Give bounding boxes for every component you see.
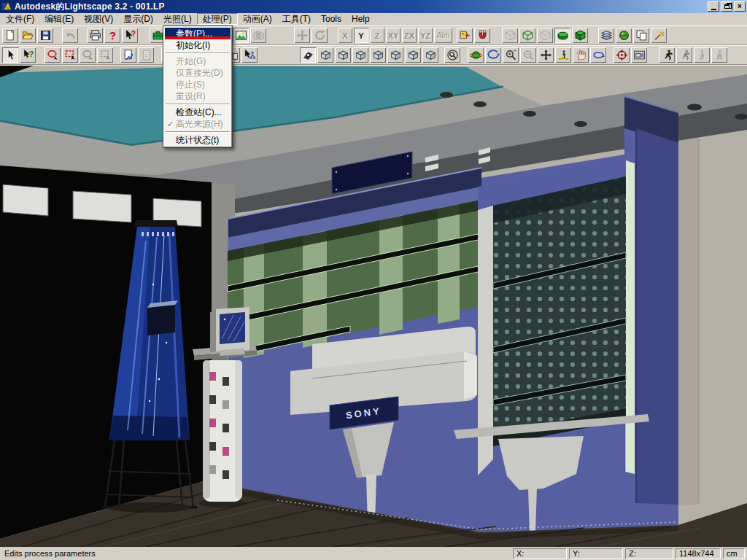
toolbar-button-material-view[interactable] [232, 27, 249, 44]
toolbar-button-select-hierarchy[interactable] [241, 47, 258, 63]
menu-animation[interactable]: 动画(A) [238, 13, 277, 25]
viewport-3d[interactable]: SONY [0, 65, 747, 546]
import-page-icon [140, 49, 152, 61]
solid-cube-mode-icon [574, 29, 587, 42]
toolbar-button-iso-view-2[interactable] [334, 47, 352, 63]
status-z-field: Z: [625, 548, 673, 559]
minimize-button[interactable] [708, 1, 719, 12]
toolbar-button-print[interactable] [86, 27, 104, 44]
toolbar-standard: ??XYZXYZXYZAim [0, 26, 747, 45]
menu-item-checkpoint[interactable]: 检查站(C)... [165, 106, 231, 118]
toolbar-button-run-motion[interactable] [658, 47, 676, 63]
toolbar-button-new-document[interactable] [1, 27, 19, 44]
menu-item-statistics[interactable]: 统计状态(t) [165, 134, 231, 146]
menu-item-direct-only[interactable]: 仅直接光(D) [165, 67, 231, 79]
toolbar-button-surface-properties[interactable] [456, 27, 473, 44]
toolbar-button-open-file[interactable] [19, 27, 36, 44]
toolbar-button-hidden-line-mode[interactable] [536, 27, 554, 44]
toolbar-button-target-zoom[interactable] [613, 47, 630, 63]
toolbar-button-axis-aim[interactable]: Aim [433, 27, 453, 44]
menu-item-highlight-source[interactable]: ✓高光来源(H) [165, 118, 231, 130]
toolbar-button-iso-view-6[interactable] [404, 47, 422, 63]
toolbar-button-pan-view[interactable] [537, 47, 554, 63]
toolbar-button-camera-view-tool[interactable] [299, 47, 317, 63]
toolbar-button-fence-select-alt[interactable] [96, 47, 114, 63]
menu-item-start[interactable]: 开始(G) [165, 55, 231, 67]
target-zoom-icon [616, 49, 628, 61]
toolbar-button-render-sphere[interactable] [615, 27, 632, 44]
toolbar-button-export-page[interactable] [120, 47, 137, 63]
toolbar-button-help[interactable]: ? [104, 27, 121, 44]
menu-item-stop[interactable]: 停止(S) [165, 79, 231, 90]
menu-lighting[interactable]: 光照(L) [158, 13, 197, 25]
zoom-in-out-icon [505, 49, 517, 61]
app-window: Autodesk的Lightscape 3.2 - 001.LP × 文件(F)… [0, 0, 747, 560]
toolbar-button-zoom-in-out[interactable] [502, 47, 519, 63]
toolbar-button-context-help[interactable]: ? [121, 27, 139, 44]
menu-item-initialize[interactable]: 初始化(I) [165, 39, 231, 51]
toolbar-button-iso-view-7[interactable] [422, 47, 439, 63]
toolbar-button-axis-x[interactable]: X [337, 27, 353, 44]
toolbar-button-orbit-rotate[interactable] [484, 47, 502, 63]
toolbar-button-snapshot-camera[interactable] [249, 27, 267, 44]
toolbar-button-run-motion-alt[interactable] [676, 47, 693, 63]
restore-button[interactable] [721, 1, 732, 12]
title-bar[interactable]: Autodesk的Lightscape 3.2 - 001.LP × [0, 0, 747, 13]
toolbar-button-walk-through[interactable] [554, 47, 572, 63]
toolbar-button-save-file[interactable] [36, 27, 54, 44]
render-sphere-icon [618, 29, 630, 42]
close-button[interactable]: × [734, 1, 746, 12]
toolbar-button-iso-view-4[interactable] [369, 47, 387, 63]
toolbar-button-duplicate-view[interactable] [632, 27, 650, 44]
menu-display[interactable]: 显示(D) [118, 13, 158, 25]
menu-tools-cn[interactable]: 工具(T) [277, 13, 316, 25]
toolbar-button-solid-shaded-mode[interactable] [554, 27, 571, 44]
toolbar-button-hand-drag[interactable] [572, 47, 589, 63]
minimize-icon [711, 9, 716, 10]
iso-view-5-icon [390, 49, 402, 61]
menu-file[interactable]: 文件(F) [1, 13, 39, 25]
material-view-icon [235, 29, 247, 42]
toolbar-button-iso-view-5[interactable] [387, 47, 404, 63]
toolbar-button-select-arrow[interactable] [1, 47, 19, 63]
toolbar-button-lasso-select[interactable] [44, 47, 61, 63]
toolbar-button-axis-zx[interactable]: ZX [401, 27, 417, 44]
toolbar-button-import-page[interactable] [137, 47, 155, 63]
menu-process[interactable]: 处理(P) [197, 13, 238, 25]
toolbar-button-layers[interactable] [597, 27, 615, 44]
toolbar-button-axis-xy[interactable]: XY [385, 27, 401, 44]
menu-edit[interactable]: 编辑(E) [39, 13, 79, 25]
toolbar-button-snap-magnet[interactable] [473, 27, 491, 44]
toolbar-button-axis-y[interactable]: Y [353, 27, 369, 44]
toolbar-button-iso-view-3[interactable] [352, 47, 369, 63]
status-message: Edits process parameters [2, 549, 511, 558]
toolbar-button-axis-yz[interactable]: YZ [417, 27, 433, 44]
checkmark-icon: ✓ [167, 118, 174, 130]
toolbar-button-wireframe-mode[interactable] [501, 27, 519, 44]
toolbar-button-fence-select[interactable] [61, 47, 79, 63]
menu-tools[interactable]: Tools [316, 13, 347, 25]
toolbar-button-query-select[interactable]: ? [19, 47, 36, 63]
toolbar-button-zoom-extents[interactable] [519, 47, 537, 63]
menu-item-reset[interactable]: 重设(R) [165, 90, 231, 102]
toolbar-button-enhance-wand[interactable] [650, 27, 667, 44]
toolbar-button-stand-motion[interactable] [711, 47, 728, 63]
toolbar-button-axis-z[interactable]: Z [369, 27, 385, 44]
toolbar-button-camera-frame[interactable] [630, 47, 648, 63]
toolbar-button-walk-motion[interactable] [693, 47, 711, 63]
menu-view[interactable]: 视图(V) [79, 13, 118, 25]
toolbar-button-rotate-mode[interactable] [311, 27, 328, 44]
toolbar-button-region-zoom[interactable] [444, 47, 461, 63]
toolbar-button-undo[interactable] [61, 27, 79, 44]
toolbar-button-pan-mode[interactable] [293, 27, 311, 44]
toolbar-button-wireframe-cube[interactable] [519, 27, 536, 44]
toolbar-button-iso-view-1[interactable] [317, 47, 334, 63]
toolbar-button-solid-cube-mode[interactable] [571, 27, 589, 44]
toolbar-button-orbit-loop[interactable] [589, 47, 607, 63]
toolbar-button-lasso-select-alt[interactable] [79, 47, 96, 63]
context-help-icon: ? [124, 29, 136, 42]
menu-help[interactable]: Help [347, 13, 375, 25]
menu-separator [166, 131, 230, 133]
status-resolution: 1148x744 [676, 548, 721, 559]
toolbar-button-orbit-sphere[interactable] [467, 47, 484, 63]
